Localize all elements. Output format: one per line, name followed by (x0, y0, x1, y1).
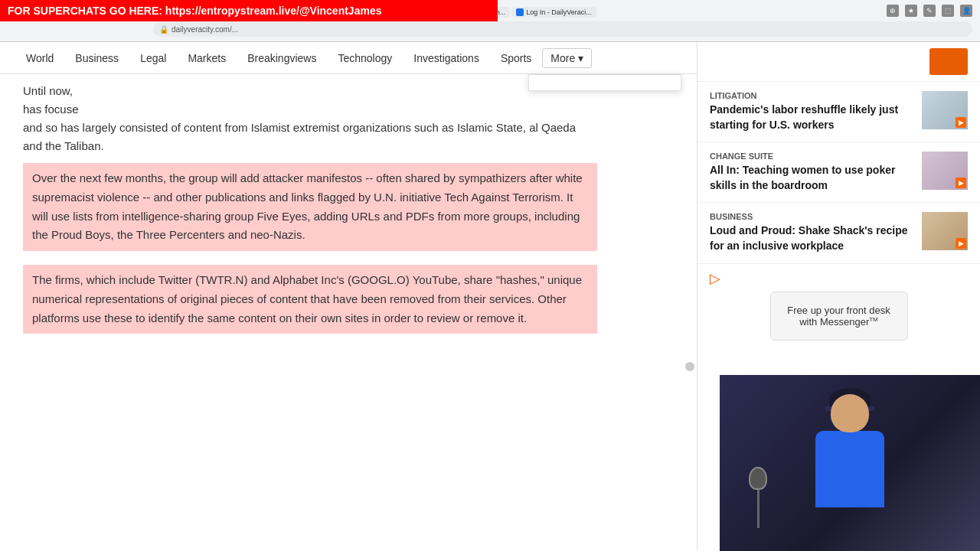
person-head-area (831, 394, 869, 432)
para2-mid: and Alphabet Inc's (247, 273, 347, 286)
person-silhouette (804, 394, 896, 532)
chevron-down-icon: ▾ (578, 52, 583, 64)
edit-icon[interactable]: ✎ (923, 5, 936, 17)
nav-item-technology[interactable]: Technology (327, 42, 403, 74)
profile-icon[interactable]: 👤 (960, 5, 972, 17)
address-bar[interactable]: 🔒 dailyveracity.com/... (153, 21, 972, 37)
sidebar-cards: Litigation Pandemic's labor reshuffle li… (697, 82, 980, 264)
intro-text-2: has focuse (23, 103, 79, 116)
page-content: WorldBusinessLegalMarketsBreakingviewsTe… (0, 42, 980, 551)
sidebar-card-text-0: Litigation Pandemic's labor reshuffle li… (710, 91, 914, 132)
nav-item-markets[interactable]: Markets (177, 42, 237, 74)
nav-item-legal[interactable]: Legal (129, 42, 177, 74)
sidebar-headline-2: Loud and Proud: Shake Shack's recipe for… (710, 223, 914, 253)
extension-icon[interactable]: ⬚ (942, 5, 954, 17)
browser-icons: ⊕ ★ ✎ ⬚ 👤 (887, 5, 972, 17)
sidebar-top (697, 42, 980, 82)
highlighted-paragraph-2: The firms, which include Twitter (TWTR.N… (23, 265, 597, 334)
thumb-icon-2: ▶ (956, 238, 966, 249)
person-head (831, 394, 869, 432)
ad-text: Free up your front deskwith MessengerTM (787, 305, 890, 328)
sidebar-category-0: Litigation (710, 91, 914, 100)
thumb-icon-1: ▶ (956, 178, 966, 188)
nav-item-sports[interactable]: Sports (490, 42, 542, 74)
sidebar-headline-0: Pandemic's labor reshuffle likely just s… (710, 103, 914, 132)
sidebar-thumb-0: ▶ (922, 91, 968, 129)
article-intro: Until now, has focuse and so has largely… (23, 82, 597, 155)
banner-text: FOR SUPERCHATS GO HERE: https://entropys… (8, 5, 381, 17)
play-icon: ▷ (710, 270, 968, 287)
sidebar-card-1[interactable]: Change Suite All In: Teaching women to u… (697, 142, 980, 203)
video-person (720, 375, 980, 551)
sidebar-headline-1: All In: Teaching women to use poker skil… (710, 163, 914, 193)
article-body: Until now, has focuse and so has largely… (0, 74, 620, 363)
ad-sup: TM (869, 316, 878, 323)
stream-banner: FOR SUPERCHATS GO HERE: https://entropys… (0, 0, 498, 21)
video-overlay[interactable] (720, 375, 980, 551)
more-button[interactable]: More ▾ (542, 48, 592, 68)
ad-box[interactable]: Free up your front deskwith MessengerTM (770, 292, 908, 341)
more-label: More (550, 52, 575, 64)
nav-item-business[interactable]: Business (64, 42, 129, 74)
login-tab-favicon (516, 8, 524, 16)
mic-pole (757, 490, 760, 528)
login-tab[interactable]: Log In - DailyVeraci... (511, 7, 596, 18)
para2-pre: The firms, which include Twitter (32, 273, 195, 286)
main-area: WorldBusinessLegalMarketsBreakingviewsTe… (0, 42, 697, 551)
sidebar-card-0[interactable]: Litigation Pandemic's labor reshuffle li… (697, 82, 980, 142)
star-icon[interactable]: ★ (905, 5, 917, 17)
para1-text: Over the next few months, the group will… (32, 171, 583, 241)
thumb-icon-0: ▶ (956, 117, 966, 128)
microphone (743, 467, 773, 528)
ticker-twtr[interactable]: (TWTR.N) (195, 273, 247, 286)
sidebar-orange-thumb (929, 48, 968, 75)
intro-text-3: and so has largely consisted of content … (23, 121, 576, 152)
login-tab-label: Log In - DailyVeraci... (526, 8, 592, 16)
zoom-icon[interactable]: ⊕ (887, 5, 899, 17)
person-body (815, 431, 884, 507)
sidebar: Litigation Pandemic's labor reshuffle li… (697, 42, 980, 551)
ad-area: ▷ Free up your front deskwith MessengerT… (697, 264, 980, 347)
sidebar-thumb-1: ▶ (922, 152, 968, 190)
sidebar-card-2[interactable]: Business Loud and Proud: Shake Shack's r… (697, 203, 980, 263)
ticker-googl[interactable]: (GOOGL.O) (348, 273, 410, 286)
nav-item-world[interactable]: World (15, 42, 64, 74)
more-dropdown (528, 74, 681, 91)
sidebar-card-text-2: Business Loud and Proud: Shake Shack's r… (710, 212, 914, 253)
sidebar-thumb-2: ▶ (922, 212, 968, 250)
nav-bar: WorldBusinessLegalMarketsBreakingviewsTe… (0, 42, 697, 74)
sidebar-category-1: Change Suite (710, 152, 914, 161)
mic-head (749, 467, 767, 490)
highlighted-paragraph-1: Over the next few months, the group will… (23, 163, 597, 251)
nav-item-breakingviews[interactable]: Breakingviews (237, 42, 327, 74)
intro-text-1: Until now, (23, 84, 73, 97)
nav-item-investigations[interactable]: Investigations (403, 42, 490, 74)
sidebar-category-2: Business (710, 212, 914, 221)
sidebar-card-text-1: Change Suite All In: Teaching women to u… (710, 152, 914, 193)
